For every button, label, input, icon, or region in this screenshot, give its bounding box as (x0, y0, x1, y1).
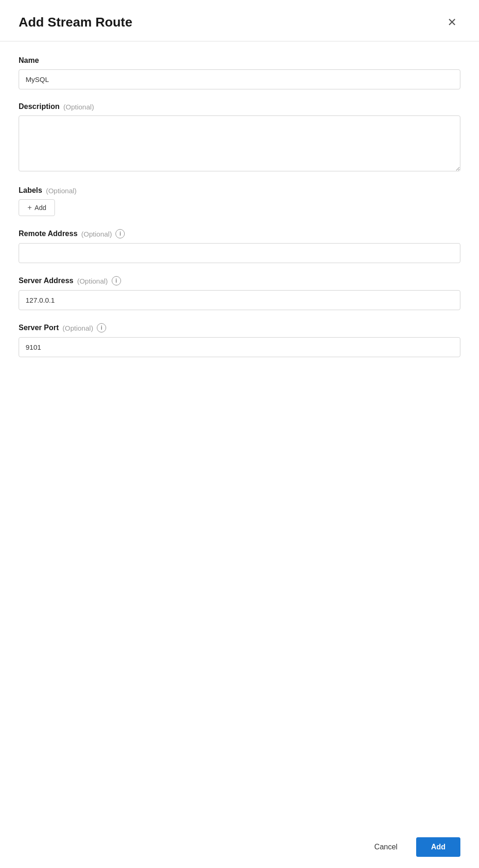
add-label-button[interactable]: + Add (19, 199, 55, 216)
add-button[interactable]: Add (416, 837, 460, 857)
dialog-title: Add Stream Route (19, 15, 132, 30)
server-address-info-icon[interactable]: i (112, 276, 121, 285)
name-input[interactable] (19, 69, 460, 89)
name-field-group: Name (19, 56, 460, 89)
plus-icon: + (27, 203, 32, 212)
description-optional-label: (Optional) (63, 103, 94, 111)
remote-address-info-icon[interactable]: i (115, 229, 125, 238)
dialog-header: Add Stream Route ✕ (0, 0, 479, 41)
close-button[interactable]: ✕ (444, 13, 460, 32)
dialog-body: Name Description (Optional) Labels (Opti… (0, 41, 479, 826)
server-port-label: Server Port (Optional) i (19, 323, 460, 332)
server-port-optional-label: (Optional) (62, 324, 93, 332)
server-address-input[interactable] (19, 290, 460, 310)
dialog-footer: Cancel Add (0, 826, 479, 868)
server-port-input[interactable] (19, 337, 460, 357)
server-address-optional-label: (Optional) (77, 277, 108, 285)
remote-address-input[interactable] (19, 243, 460, 263)
server-port-field-group: Server Port (Optional) i (19, 323, 460, 357)
cancel-button[interactable]: Cancel (363, 837, 409, 857)
server-address-field-group: Server Address (Optional) i (19, 276, 460, 310)
remote-address-field-group: Remote Address (Optional) i (19, 229, 460, 263)
server-port-info-icon[interactable]: i (97, 323, 106, 332)
labels-label: Labels (Optional) (19, 186, 460, 195)
labels-optional-label: (Optional) (46, 187, 77, 195)
add-stream-route-dialog: Add Stream Route ✕ Name Description (Opt… (0, 0, 479, 868)
name-label: Name (19, 56, 460, 65)
add-label-button-label: Add (34, 204, 46, 211)
labels-field-group: Labels (Optional) + Add (19, 186, 460, 216)
description-textarea[interactable] (19, 115, 460, 171)
close-icon: ✕ (447, 17, 457, 28)
server-address-label: Server Address (Optional) i (19, 276, 460, 285)
description-field-group: Description (Optional) (19, 102, 460, 173)
remote-address-optional-label: (Optional) (81, 230, 112, 238)
remote-address-label: Remote Address (Optional) i (19, 229, 460, 238)
description-label: Description (Optional) (19, 102, 460, 111)
